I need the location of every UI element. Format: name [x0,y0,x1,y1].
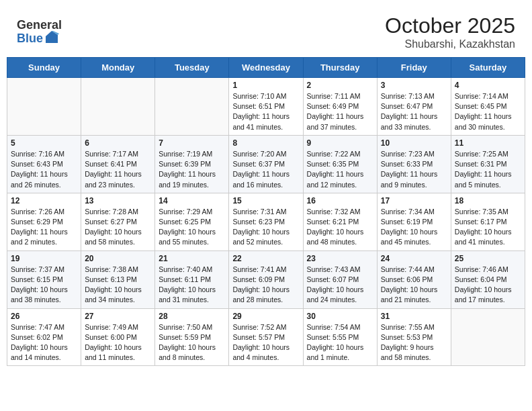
day-cell: 18Sunrise: 7:35 AMSunset: 6:17 PMDayligh… [451,193,525,250]
week-row-2: 5Sunrise: 7:16 AMSunset: 6:43 PMDaylight… [7,135,525,193]
page-header: General Blue October 2025 Shubarshi, Kaz… [7,7,525,54]
day-info: Sunrise: 7:16 AMSunset: 6:43 PMDaylight:… [11,149,77,190]
day-number: 6 [85,138,151,148]
day-info: Sunrise: 7:38 AMSunset: 6:13 PMDaylight:… [85,265,151,306]
day-number: 7 [159,138,225,148]
weekday-header-wednesday: Wednesday [229,58,303,78]
day-number: 14 [159,196,225,205]
day-number: 22 [232,254,299,263]
weekday-header-monday: Monday [81,58,155,78]
day-cell [7,78,81,136]
calendar-header: SundayMondayTuesdayWednesdayThursdayFrid… [7,58,525,78]
day-info: Sunrise: 7:28 AMSunset: 6:27 PMDaylight:… [85,207,151,248]
day-number: 20 [85,254,151,263]
day-info: Sunrise: 7:11 AMSunset: 6:49 PMDaylight:… [307,91,373,132]
day-cell: 28Sunrise: 7:50 AMSunset: 5:59 PMDayligh… [155,308,229,366]
day-cell: 4Sunrise: 7:14 AMSunset: 6:45 PMDaylight… [451,78,525,136]
weekday-header-sunday: Sunday [7,58,81,78]
day-cell: 27Sunrise: 7:49 AMSunset: 6:00 PMDayligh… [81,308,155,366]
day-info: Sunrise: 7:44 AMSunset: 6:06 PMDaylight:… [381,265,447,306]
day-info: Sunrise: 7:37 AMSunset: 6:15 PMDaylight:… [11,265,77,306]
day-cell: 16Sunrise: 7:32 AMSunset: 6:21 PMDayligh… [303,193,377,250]
day-info: Sunrise: 7:14 AMSunset: 6:45 PMDaylight:… [455,91,521,132]
day-info: Sunrise: 7:55 AMSunset: 5:53 PMDaylight:… [381,322,447,363]
calendar-table: SundayMondayTuesdayWednesdayThursdayFrid… [7,57,525,366]
day-cell: 22Sunrise: 7:41 AMSunset: 6:09 PMDayligh… [229,250,303,308]
day-info: Sunrise: 7:19 AMSunset: 6:39 PMDaylight:… [159,149,225,190]
day-cell [81,78,155,136]
day-cell: 5Sunrise: 7:16 AMSunset: 6:43 PMDaylight… [7,135,81,193]
page-title: October 2025 [385,13,515,38]
day-number: 9 [307,138,373,148]
day-info: Sunrise: 7:34 AMSunset: 6:19 PMDaylight:… [381,207,447,248]
day-cell: 9Sunrise: 7:22 AMSunset: 6:35 PMDaylight… [303,135,377,193]
logo-icon [44,31,59,43]
day-info: Sunrise: 7:54 AMSunset: 5:55 PMDaylight:… [307,322,373,363]
calendar-body: 1Sunrise: 7:10 AMSunset: 6:51 PMDaylight… [7,78,525,366]
day-cell: 13Sunrise: 7:28 AMSunset: 6:27 PMDayligh… [81,193,155,250]
day-cell: 7Sunrise: 7:19 AMSunset: 6:39 PMDaylight… [155,135,229,193]
day-cell: 25Sunrise: 7:46 AMSunset: 6:04 PMDayligh… [451,250,525,308]
weekday-row: SundayMondayTuesdayWednesdayThursdayFrid… [7,58,525,78]
day-number: 5 [11,138,77,148]
day-number: 18 [455,196,521,205]
day-cell: 6Sunrise: 7:17 AMSunset: 6:41 PMDaylight… [81,135,155,193]
day-number: 31 [381,312,447,321]
day-cell: 14Sunrise: 7:29 AMSunset: 6:25 PMDayligh… [155,193,229,250]
week-row-5: 26Sunrise: 7:47 AMSunset: 6:02 PMDayligh… [7,308,525,366]
week-row-1: 1Sunrise: 7:10 AMSunset: 6:51 PMDaylight… [7,78,525,136]
day-cell: 26Sunrise: 7:47 AMSunset: 6:02 PMDayligh… [7,308,81,366]
day-info: Sunrise: 7:40 AMSunset: 6:11 PMDaylight:… [159,265,225,306]
day-info: Sunrise: 7:50 AMSunset: 5:59 PMDaylight:… [159,322,225,363]
logo-general: General [17,19,62,32]
week-row-3: 12Sunrise: 7:26 AMSunset: 6:29 PMDayligh… [7,193,525,250]
weekday-header-tuesday: Tuesday [155,58,229,78]
day-info: Sunrise: 7:26 AMSunset: 6:29 PMDaylight:… [11,207,77,248]
day-number: 24 [381,254,447,263]
day-cell: 2Sunrise: 7:11 AMSunset: 6:49 PMDaylight… [303,78,377,136]
weekday-header-thursday: Thursday [303,58,377,78]
title-block: October 2025 Shubarshi, Kazakhstan [385,13,515,50]
day-number: 1 [232,81,299,90]
day-cell: 1Sunrise: 7:10 AMSunset: 6:51 PMDaylight… [229,78,303,136]
day-info: Sunrise: 7:13 AMSunset: 6:47 PMDaylight:… [381,91,447,132]
day-info: Sunrise: 7:20 AMSunset: 6:37 PMDaylight:… [232,149,299,190]
day-number: 26 [11,312,77,321]
day-info: Sunrise: 7:25 AMSunset: 6:31 PMDaylight:… [455,149,521,190]
day-number: 11 [455,138,521,148]
day-cell: 21Sunrise: 7:40 AMSunset: 6:11 PMDayligh… [155,250,229,308]
day-number: 21 [159,254,225,263]
weekday-header-saturday: Saturday [451,58,525,78]
day-cell: 19Sunrise: 7:37 AMSunset: 6:15 PMDayligh… [7,250,81,308]
weekday-header-friday: Friday [377,58,451,78]
day-cell: 15Sunrise: 7:31 AMSunset: 6:23 PMDayligh… [229,193,303,250]
day-info: Sunrise: 7:22 AMSunset: 6:35 PMDaylight:… [307,149,373,190]
day-cell: 8Sunrise: 7:20 AMSunset: 6:37 PMDaylight… [229,135,303,193]
day-number: 8 [232,138,299,148]
day-number: 25 [455,254,521,263]
week-row-4: 19Sunrise: 7:37 AMSunset: 6:15 PMDayligh… [7,250,525,308]
day-cell [451,308,525,366]
day-cell: 24Sunrise: 7:44 AMSunset: 6:06 PMDayligh… [377,250,451,308]
day-cell: 23Sunrise: 7:43 AMSunset: 6:07 PMDayligh… [303,250,377,308]
day-info: Sunrise: 7:35 AMSunset: 6:17 PMDaylight:… [455,207,521,248]
logo-text: General Blue [17,19,62,46]
day-cell: 12Sunrise: 7:26 AMSunset: 6:29 PMDayligh… [7,193,81,250]
day-number: 3 [381,81,447,90]
day-cell: 3Sunrise: 7:13 AMSunset: 6:47 PMDaylight… [377,78,451,136]
day-info: Sunrise: 7:46 AMSunset: 6:04 PMDaylight:… [455,265,521,306]
day-number: 28 [159,312,225,321]
day-info: Sunrise: 7:10 AMSunset: 6:51 PMDaylight:… [232,91,299,132]
day-cell: 29Sunrise: 7:52 AMSunset: 5:57 PMDayligh… [229,308,303,366]
logo: General Blue [17,19,62,46]
day-number: 10 [381,138,447,148]
day-cell: 11Sunrise: 7:25 AMSunset: 6:31 PMDayligh… [451,135,525,193]
day-info: Sunrise: 7:47 AMSunset: 6:02 PMDaylight:… [11,322,77,363]
day-number: 4 [455,81,521,90]
day-number: 23 [307,254,373,263]
day-cell: 30Sunrise: 7:54 AMSunset: 5:55 PMDayligh… [303,308,377,366]
day-info: Sunrise: 7:49 AMSunset: 6:00 PMDaylight:… [85,322,151,363]
page-subtitle: Shubarshi, Kazakhstan [385,38,515,50]
day-number: 27 [85,312,151,321]
day-number: 2 [307,81,373,90]
